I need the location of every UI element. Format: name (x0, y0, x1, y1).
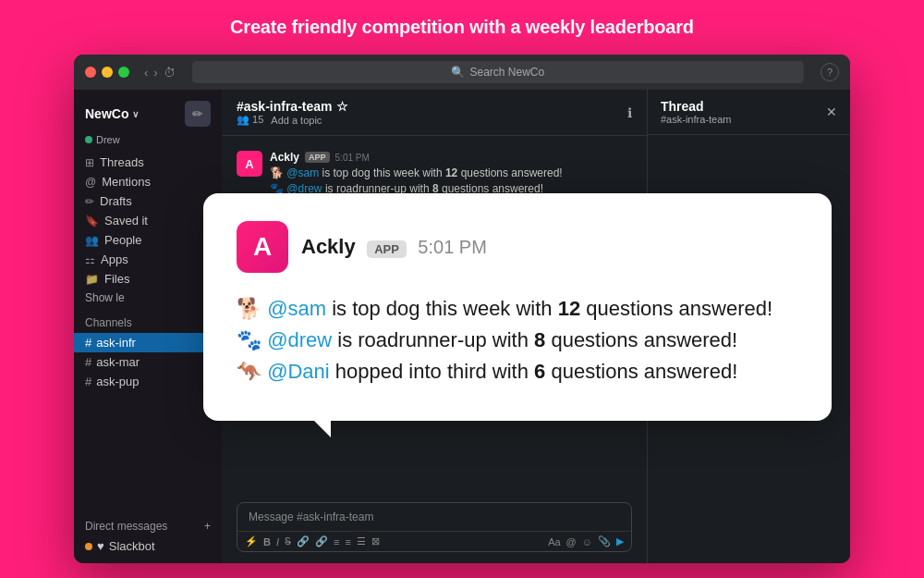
message-header: Ackly APP 5:01 PM (270, 151, 632, 164)
sidebar-item-saved[interactable]: 🔖 Saved it (74, 211, 222, 230)
address-text: Search NewCo (469, 66, 544, 79)
sidebar-channel-ask-mar[interactable]: # ask-mar (74, 352, 222, 372)
popup-message-line-2: 🐾 @drew is roadrunner-up with 8 question… (237, 325, 798, 356)
sidebar-item-show-less[interactable]: Show le (74, 289, 222, 307)
message-input-box: Message #ask-infra-team ⚡ B I S̶ 🔗 🔗 ≡ ≡… (237, 502, 632, 552)
popup-sender-info: Ackly APP 5:01 PM (301, 235, 487, 259)
channel-meta: 👥 15 Add a topic (237, 114, 348, 126)
browser-chrome: ‹ › ⏱ 🔍 Search NewCo ? (74, 55, 850, 90)
message-text-line-1: 🐕 @sam is top dog this week with 12 ques… (270, 166, 632, 181)
forward-icon[interactable]: › (153, 66, 157, 80)
popup-card: A Ackly APP 5:01 PM 🐕 @sam is top dog th… (203, 193, 832, 421)
sidebar-item-mentions[interactable]: @ Mentions (74, 172, 222, 191)
add-dm-button[interactable]: + (204, 520, 211, 533)
popup-message-line-1: 🐕 @sam is top dog this week with 12 ques… (237, 293, 798, 325)
mentions-icon: @ (85, 176, 96, 189)
close-button[interactable] (85, 67, 96, 78)
dm-item-slackbot[interactable]: ♥ Slackbot (74, 536, 222, 556)
files-icon: 📁 (85, 273, 99, 286)
dm-section: Direct messages + ♥ Slackbot (74, 512, 222, 563)
code-icon[interactable]: ☰ (357, 535, 366, 547)
format-bold-icon[interactable]: ⚡ (245, 535, 258, 547)
ackly-logo: A (237, 221, 288, 273)
attach-icon[interactable]: 📎 (598, 535, 611, 547)
hash-icon: # (85, 355, 91, 369)
drafts-icon: ✏ (85, 195, 94, 208)
history-icon[interactable]: ⏱ (164, 66, 176, 80)
italic-icon[interactable]: I (276, 536, 279, 547)
send-button[interactable]: ▶ (616, 535, 624, 547)
list2-icon[interactable]: ≡ (345, 536, 350, 547)
aa-icon[interactable]: Aa (548, 536, 560, 547)
address-bar[interactable]: 🔍 Search NewCo (192, 61, 804, 83)
emoji-icon[interactable]: ☺ (582, 536, 592, 547)
thread-title: Thread (661, 99, 731, 114)
bold-icon[interactable]: B (263, 536, 271, 547)
workspace-name[interactable]: NewCo ∨ (85, 106, 139, 121)
list-icon[interactable]: ≡ (334, 536, 339, 547)
thread-close-button[interactable]: ✕ (826, 105, 837, 119)
slackbot-status-dot (85, 543, 92, 550)
sidebar-item-people[interactable]: 👥 People (74, 230, 222, 250)
threads-icon: ⊞ (85, 156, 94, 169)
app-badge: APP (305, 152, 330, 163)
popup-app-badge: APP (367, 240, 407, 258)
hash-icon: # (85, 336, 91, 350)
link-icon[interactable]: 🔗 (297, 535, 310, 547)
message-time: 5:01 PM (335, 153, 370, 163)
search-icon: 🔍 (451, 66, 465, 79)
chevron-down-icon: ∨ (132, 109, 139, 119)
heart-icon: ♥ (97, 539, 104, 553)
workspace-header: NewCo ∨ ✏ (74, 90, 222, 134)
table-icon[interactable]: ⊠ (371, 535, 380, 547)
message-input-area: Message #ask-infra-team ⚡ B I S̶ 🔗 🔗 ≡ ≡… (222, 495, 647, 563)
traffic-lights (85, 67, 129, 78)
message-input-placeholder[interactable]: Message #ask-infra-team (237, 503, 631, 531)
avatar: A (237, 151, 262, 177)
info-icon[interactable]: ℹ (627, 105, 632, 120)
channels-section-header: Channels (74, 307, 222, 333)
thread-header: Thread #ask-infra-team ✕ (648, 90, 850, 135)
link2-icon[interactable]: 🔗 (315, 535, 328, 547)
add-topic-link[interactable]: Add a topic (271, 115, 322, 126)
popup-time: 5:01 PM (418, 237, 486, 257)
browser-window: ‹ › ⏱ 🔍 Search NewCo ? NewCo ∨ ✏ Drew (74, 55, 850, 563)
channel-name: #ask-infra-team ☆ (237, 99, 348, 114)
dm-header: Direct messages + (74, 512, 222, 536)
popup-sender-name: Ackly (301, 235, 356, 258)
sidebar-channel-ask-pup[interactable]: # ask-pup (74, 372, 222, 391)
message-input-toolbar: ⚡ B I S̶ 🔗 🔗 ≡ ≡ ☰ ⊠ Aa @ ☺ � (237, 531, 631, 551)
strikethrough-icon[interactable]: S̶ (285, 535, 291, 547)
help-icon[interactable]: ? (821, 63, 839, 81)
people-icon: 👥 (85, 234, 99, 247)
star-icon[interactable]: ☆ (336, 99, 348, 114)
apps-icon: ⚏ (85, 253, 95, 266)
back-icon[interactable]: ‹ (144, 66, 148, 80)
sidebar-item-apps[interactable]: ⚏ Apps (74, 250, 222, 269)
sidebar-item-drafts[interactable]: ✏ Drafts (74, 191, 222, 211)
sidebar-item-files[interactable]: 📁 Files (74, 269, 222, 289)
sidebar-channel-ask-infra-team[interactable]: # ask-infr (74, 333, 222, 352)
at-icon[interactable]: @ (566, 536, 577, 547)
fullscreen-button[interactable] (118, 67, 129, 78)
sidebar: NewCo ∨ ✏ Drew ⊞ Threads @ Mentions ✏ Dr… (74, 90, 222, 563)
popup-header: A Ackly APP 5:01 PM (237, 221, 798, 273)
user-status: Drew (74, 134, 222, 153)
member-count: 👥 15 (237, 114, 263, 126)
hash-icon: # (85, 375, 91, 388)
headline: Create friendly competition with a weekl… (230, 17, 694, 38)
popup-message: 🐕 @sam is top dog this week with 12 ques… (237, 293, 798, 387)
popup-message-line-3: 🦘 @Dani hopped into third with 6 questio… (237, 356, 798, 387)
channel-actions: ℹ (627, 105, 632, 120)
message-sender: Ackly (270, 151, 299, 164)
online-dot (85, 136, 92, 143)
saved-icon: 🔖 (85, 215, 99, 228)
channel-header: #ask-infra-team ☆ 👥 15 Add a topic ℹ (222, 90, 647, 136)
thread-channel: #ask-infra-team (661, 114, 731, 125)
minimize-button[interactable] (102, 67, 113, 78)
nav-buttons: ‹ › ⏱ (144, 66, 176, 80)
sidebar-item-threads[interactable]: ⊞ Threads (74, 153, 222, 172)
compose-icon[interactable]: ✏ (185, 101, 211, 127)
